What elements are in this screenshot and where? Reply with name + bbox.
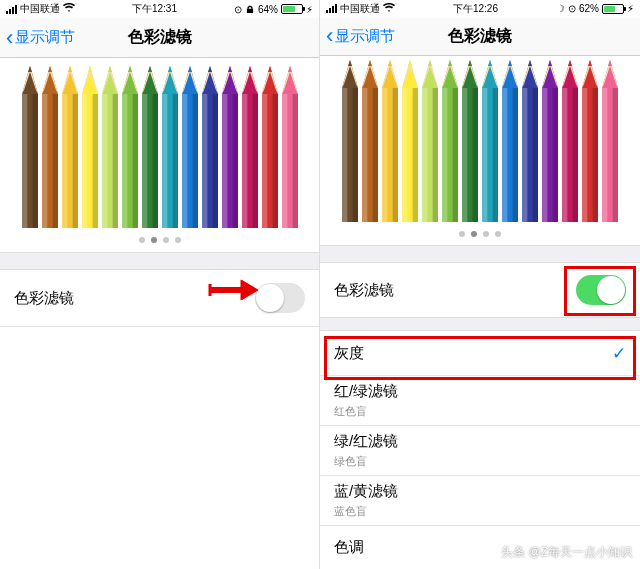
svg-rect-66	[493, 88, 498, 222]
svg-rect-42	[210, 287, 242, 293]
svg-rect-28	[202, 94, 207, 228]
nav-bar: ‹ 显示调节 色彩滤镜	[320, 18, 640, 57]
wifi-icon	[383, 3, 395, 15]
svg-rect-23	[172, 94, 177, 228]
alarm-icon: ⊙	[234, 4, 242, 15]
svg-rect-45	[353, 88, 358, 222]
svg-rect-50	[382, 88, 387, 222]
svg-rect-75	[553, 88, 558, 222]
pencil-preview[interactable]	[320, 56, 640, 221]
alarm-icon: ⊙	[568, 3, 576, 14]
toggle-switch[interactable]	[255, 283, 305, 313]
svg-rect-41	[292, 94, 297, 228]
signal-icon	[6, 5, 17, 14]
svg-rect-32	[232, 94, 237, 228]
battery-pct: 62%	[579, 3, 599, 14]
svg-rect-38	[272, 94, 277, 228]
annotation-arrow-icon	[208, 278, 258, 302]
filter-option[interactable]: 红/绿滤镜红色盲	[320, 375, 640, 425]
svg-rect-17	[132, 94, 137, 228]
charging-icon: ⚡︎	[306, 4, 313, 15]
back-button[interactable]: ‹ 显示调节	[6, 27, 75, 49]
svg-rect-1	[22, 94, 27, 228]
pencil-preview[interactable]	[0, 58, 319, 228]
option-label: 灰度	[334, 344, 612, 363]
svg-rect-68	[502, 88, 507, 222]
svg-rect-5	[52, 94, 57, 228]
svg-rect-72	[533, 88, 538, 222]
svg-rect-34	[242, 94, 247, 228]
svg-rect-74	[542, 88, 547, 222]
svg-rect-81	[593, 88, 598, 222]
svg-rect-26	[192, 94, 197, 228]
status-time: 下午12:26	[453, 2, 498, 16]
signal-icon	[326, 4, 337, 13]
svg-rect-37	[262, 94, 267, 228]
svg-rect-35	[252, 94, 257, 228]
filter-option[interactable]: 蓝/黄滤镜蓝色盲	[320, 475, 640, 525]
svg-rect-11	[92, 94, 97, 228]
svg-rect-20	[152, 94, 157, 228]
option-sublabel: 红色盲	[334, 404, 367, 419]
svg-rect-69	[513, 88, 518, 222]
svg-rect-59	[442, 88, 447, 222]
battery-icon	[281, 4, 303, 14]
lock-icon: 🔒︎	[245, 4, 255, 15]
filter-option[interactable]: 绿/红滤镜绿色盲	[320, 425, 640, 475]
svg-rect-14	[112, 94, 117, 228]
option-label: 蓝/黄滤镜	[334, 482, 398, 504]
svg-rect-44	[342, 88, 347, 222]
svg-rect-65	[482, 88, 487, 222]
page-dots	[0, 228, 319, 252]
carrier-label: 中国联通	[20, 2, 60, 16]
svg-rect-31	[222, 94, 227, 228]
charging-icon: ⚡︎	[627, 3, 634, 14]
left-screenshot: 中国联通 下午12:31 ⊙ 🔒︎ 64% ⚡︎ ‹ 显示调节 色彩滤镜	[0, 0, 320, 569]
option-sublabel: 蓝色盲	[334, 504, 367, 519]
chevron-left-icon: ‹	[6, 27, 13, 49]
toggle-switch[interactable]	[576, 275, 626, 305]
back-button[interactable]: ‹ 显示调节	[326, 25, 395, 47]
svg-rect-71	[522, 88, 527, 222]
filter-option[interactable]: 灰度✓	[320, 331, 640, 375]
carrier-label: 中国联通	[340, 2, 380, 16]
svg-rect-7	[62, 94, 67, 228]
svg-rect-56	[422, 88, 427, 222]
chevron-left-icon: ‹	[326, 25, 333, 47]
svg-rect-13	[102, 94, 107, 228]
svg-rect-40	[282, 94, 287, 228]
svg-rect-63	[473, 88, 478, 222]
page-title: 色彩滤镜	[128, 27, 192, 48]
row-label: 色彩滤镜	[334, 281, 576, 300]
svg-rect-48	[373, 88, 378, 222]
svg-rect-54	[413, 88, 418, 222]
status-bar: 中国联通 下午12:31 ⊙ 🔒︎ 64% ⚡︎	[0, 0, 319, 18]
color-filter-row[interactable]: 色彩滤镜	[0, 270, 319, 326]
svg-rect-4	[42, 94, 47, 228]
back-label: 显示调节	[15, 28, 75, 47]
svg-rect-29	[212, 94, 217, 228]
option-label: 绿/红滤镜	[334, 432, 398, 454]
color-filter-row[interactable]: 色彩滤镜	[320, 263, 640, 317]
page-dots	[320, 222, 640, 245]
svg-rect-47	[362, 88, 367, 222]
svg-rect-16	[122, 94, 127, 228]
watermark-text: 头条 @Z每天一点小知识	[501, 544, 632, 561]
do-not-disturb-icon: ☽︎	[556, 3, 565, 14]
svg-rect-80	[582, 88, 587, 222]
battery-pct: 64%	[258, 4, 278, 15]
check-icon: ✓	[612, 343, 626, 364]
right-screenshot: 中国联通 下午12:26 ☽︎ ⊙ 62% ⚡︎ ‹ 显示调节 色彩滤镜	[320, 0, 640, 569]
svg-rect-25	[182, 94, 187, 228]
svg-rect-57	[433, 88, 438, 222]
svg-rect-19	[142, 94, 147, 228]
svg-rect-78	[573, 88, 578, 222]
svg-rect-77	[562, 88, 567, 222]
battery-icon	[602, 4, 624, 14]
page-title: 色彩滤镜	[448, 26, 512, 47]
svg-rect-83	[602, 88, 607, 222]
svg-rect-2	[32, 94, 37, 228]
nav-bar: ‹ 显示调节 色彩滤镜	[0, 18, 319, 58]
svg-rect-51	[393, 88, 398, 222]
svg-rect-62	[462, 88, 467, 222]
